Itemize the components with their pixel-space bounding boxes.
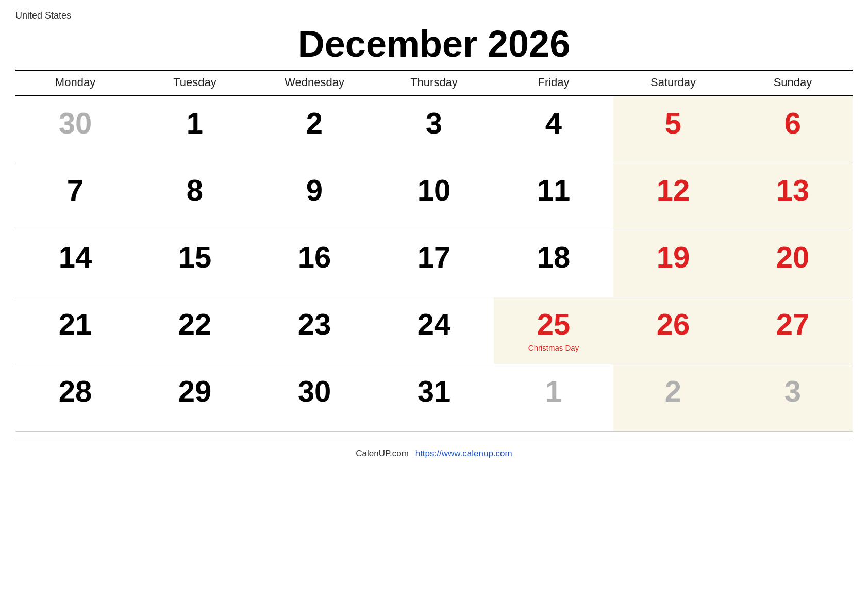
weekday-header-friday: Friday xyxy=(494,70,613,96)
day-number: 19 xyxy=(657,240,690,274)
day-cell: 13 xyxy=(733,163,853,230)
day-cell: 1 xyxy=(494,364,613,431)
day-number: 2 xyxy=(665,374,681,408)
day-cell: 11 xyxy=(494,163,613,230)
day-number: 5 xyxy=(665,106,681,140)
day-cell: 28 xyxy=(15,364,135,431)
day-cell: 5 xyxy=(613,96,733,163)
day-number: 13 xyxy=(776,173,810,207)
day-cell: 6 xyxy=(733,96,853,163)
day-number: 30 xyxy=(298,374,331,408)
day-cell: 22 xyxy=(135,297,255,364)
day-cell: 12 xyxy=(613,163,733,230)
calendar-week-row: 78910111213 xyxy=(15,163,853,230)
holiday-label: Christmas Day xyxy=(499,343,608,353)
footer: CalenUP.com https://www.calenup.com xyxy=(15,441,853,459)
calendar-title: December 2026 xyxy=(15,24,853,64)
day-cell: 30 xyxy=(15,96,135,163)
weekday-header-wednesday: Wednesday xyxy=(255,70,374,96)
day-number: 7 xyxy=(67,173,84,207)
day-cell: 2 xyxy=(613,364,733,431)
day-number: 21 xyxy=(59,307,92,341)
day-cell: 4 xyxy=(494,96,613,163)
day-cell: 31 xyxy=(374,364,494,431)
day-number: 26 xyxy=(657,307,690,341)
day-number: 28 xyxy=(59,374,92,408)
day-number: 1 xyxy=(545,374,562,408)
day-cell: 9 xyxy=(255,163,374,230)
footer-site-url[interactable]: https://www.calenup.com xyxy=(415,449,512,458)
day-cell: 24 xyxy=(374,297,494,364)
day-cell: 1 xyxy=(135,96,255,163)
day-number: 3 xyxy=(784,374,801,408)
day-number: 31 xyxy=(418,374,451,408)
calendar-week-row: 2122232425Christmas Day2627 xyxy=(15,297,853,364)
day-number: 25 xyxy=(537,307,571,341)
day-number: 15 xyxy=(178,240,212,274)
day-cell: 7 xyxy=(15,163,135,230)
day-number: 9 xyxy=(306,173,323,207)
footer-site-name: CalenUP.com xyxy=(356,449,409,458)
day-number: 16 xyxy=(298,240,331,274)
weekday-header-sunday: Sunday xyxy=(733,70,853,96)
day-number: 30 xyxy=(59,106,92,140)
day-number: 20 xyxy=(776,240,810,274)
day-cell: 29 xyxy=(135,364,255,431)
day-number: 17 xyxy=(418,240,451,274)
weekday-header-tuesday: Tuesday xyxy=(135,70,255,96)
day-number: 18 xyxy=(537,240,571,274)
day-cell: 16 xyxy=(255,230,374,297)
calendar-week-row: 30123456 xyxy=(15,96,853,163)
day-number: 29 xyxy=(178,374,212,408)
weekday-header-thursday: Thursday xyxy=(374,70,494,96)
weekday-header-monday: Monday xyxy=(15,70,135,96)
day-number: 12 xyxy=(657,173,690,207)
day-number: 2 xyxy=(306,106,323,140)
weekday-header-row: MondayTuesdayWednesdayThursdayFridaySatu… xyxy=(15,70,853,96)
day-cell: 25Christmas Day xyxy=(494,297,613,364)
day-cell: 18 xyxy=(494,230,613,297)
day-cell: 19 xyxy=(613,230,733,297)
calendar-week-row: 14151617181920 xyxy=(15,230,853,297)
country-label: United States xyxy=(15,10,853,21)
day-number: 23 xyxy=(298,307,331,341)
day-number: 14 xyxy=(59,240,92,274)
day-number: 6 xyxy=(784,106,801,140)
day-cell: 23 xyxy=(255,297,374,364)
day-number: 4 xyxy=(545,106,562,140)
day-cell: 14 xyxy=(15,230,135,297)
day-cell: 26 xyxy=(613,297,733,364)
day-number: 22 xyxy=(178,307,212,341)
day-number: 1 xyxy=(187,106,203,140)
day-number: 3 xyxy=(426,106,442,140)
day-cell: 8 xyxy=(135,163,255,230)
day-number: 11 xyxy=(537,173,571,207)
weekday-header-saturday: Saturday xyxy=(613,70,733,96)
day-cell: 27 xyxy=(733,297,853,364)
day-cell: 3 xyxy=(733,364,853,431)
day-cell: 2 xyxy=(255,96,374,163)
day-cell: 21 xyxy=(15,297,135,364)
day-number: 24 xyxy=(418,307,451,341)
day-cell: 15 xyxy=(135,230,255,297)
day-number: 10 xyxy=(418,173,451,207)
day-cell: 17 xyxy=(374,230,494,297)
day-number: 8 xyxy=(187,173,203,207)
calendar-table: MondayTuesdayWednesdayThursdayFridaySatu… xyxy=(15,70,853,432)
day-cell: 10 xyxy=(374,163,494,230)
day-cell: 30 xyxy=(255,364,374,431)
day-number: 27 xyxy=(776,307,810,341)
calendar-week-row: 28293031123 xyxy=(15,364,853,431)
day-cell: 3 xyxy=(374,96,494,163)
day-cell: 20 xyxy=(733,230,853,297)
